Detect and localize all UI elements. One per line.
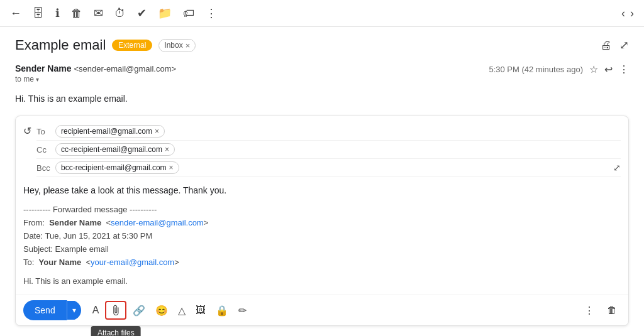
compose-forwarded-block: ---------- Forwarded message ---------- … [23, 203, 621, 288]
email-header: Example email External Inbox × 🖨 ⤢ [0, 27, 644, 60]
timestamp: 5:30 PM (42 minutes ago) [489, 65, 583, 74]
toolbar-icons: ← 🗄 ℹ 🗑 ✉ ⏱ ✔ 📁 🏷 ⋮ [10, 6, 217, 20]
nav-arrows: ‹ › [621, 7, 634, 20]
compose-fields: To recipient-email@gmail.com × Cc cc-rec… [36, 122, 621, 177]
compose-to-row: To recipient-email@gmail.com × [36, 122, 621, 141]
clock-icon[interactable]: ⏱ [114, 7, 126, 20]
email-title: Example email [15, 37, 106, 53]
label-icon[interactable]: 🏷 [183, 7, 194, 20]
forwarded-from: From: Sender Name <sender-email@gmail.co… [23, 217, 621, 230]
bcc-recipient-text: bcc-recipient-email@gmail.com [61, 163, 167, 172]
forwarded-to-email[interactable]: your-email@gmail.com [91, 257, 174, 267]
inbox-badge-close-icon[interactable]: × [186, 41, 191, 50]
forwarded-sender-name: Sender Name [49, 218, 101, 227]
top-toolbar: ← 🗄 ℹ 🗑 ✉ ⏱ ✔ 📁 🏷 ⋮ ‹ › [0, 0, 644, 27]
to-me-chevron-icon: ▾ [36, 76, 39, 83]
signature-icon[interactable]: ✏ [235, 302, 250, 319]
compose-body-text: Hey, please take a look at this message.… [23, 183, 621, 197]
cc-recipient-chip: cc-recipient-email@gmail.com × [55, 143, 175, 156]
forwarded-date: Date: Tue, Jun 15, 2021 at 5:30 PM [23, 230, 621, 243]
archive-icon[interactable]: 🗄 [33, 7, 44, 20]
email-body: Hi. This is an example email. [0, 87, 644, 116]
attach-tooltip: Attach files [91, 326, 141, 336]
compose-reply-icon: ↺ [23, 122, 31, 137]
sender-info: Sender Name <sender-email@gmail.com> to … [15, 63, 176, 84]
sender-email: <sender-email@gmail.com> [74, 64, 176, 73]
external-badge: External [112, 40, 152, 51]
bcc-recipient-chip: bcc-recipient-email@gmail.com × [55, 161, 179, 174]
print-icon[interactable]: 🖨 [601, 39, 612, 52]
forwarded-sender-email[interactable]: sender-email@gmail.com [111, 218, 204, 227]
sender-bar: Sender Name <sender-email@gmail.com> to … [0, 60, 644, 87]
sender-right: 5:30 PM (42 minutes ago) ☆ ↩ ⋮ [489, 63, 629, 75]
email-header-actions: 🖨 ⤢ [601, 38, 629, 52]
compose-toolbar-right: ⋮ 🗑 [580, 302, 621, 319]
compose-delete-icon[interactable]: 🗑 [603, 302, 621, 319]
task-icon[interactable]: ✔ [137, 6, 147, 20]
more-toolbar-icon[interactable]: ⋮ [206, 6, 217, 20]
star-icon[interactable]: ☆ [589, 63, 598, 75]
photo-icon[interactable]: 🖼 [192, 302, 209, 318]
email-title-area: Example email External Inbox × [15, 37, 196, 53]
to-me-label: to me [15, 75, 34, 84]
delete-icon[interactable]: 🗑 [71, 7, 82, 20]
send-button[interactable]: Send [23, 300, 67, 320]
to-recipient-chip: recipient-email@gmail.com × [55, 125, 165, 138]
compose-body[interactable]: Hey, please take a look at this message.… [16, 177, 628, 295]
compose-to-label: To [36, 127, 55, 136]
compose-toolbar: Send ▾ A Attach files 🔗 😊 △ 🖼 🔒 ✏ ⋮ 🗑 [16, 295, 628, 325]
subject-value: Example email [55, 244, 109, 254]
nav-right-icon[interactable]: › [630, 7, 634, 20]
from-label: From: [23, 218, 45, 227]
open-new-icon[interactable]: ⤢ [619, 38, 629, 52]
compose-header: ↺ To recipient-email@gmail.com × Cc cc-r… [16, 116, 628, 177]
forwarded-to-name: Your Name [39, 257, 82, 267]
compose-bcc-label: Bcc [36, 163, 55, 173]
forwarded-separator: ---------- Forwarded message ---------- [23, 203, 621, 217]
back-icon[interactable]: ← [10, 7, 21, 20]
sender-right-icons: ☆ ↩ ⋮ [589, 63, 629, 75]
emoji-icon[interactable]: 😊 [152, 302, 172, 319]
compose-bcc-row: Bcc bcc-recipient-email@gmail.com × ⤢ [36, 159, 621, 177]
compose-cc-row: Cc cc-recipient-email@gmail.com × [36, 141, 621, 159]
forwarded-subject: Subject: Example email [23, 243, 621, 256]
to-me[interactable]: to me ▾ [15, 75, 176, 84]
cc-recipient-text: cc-recipient-email@gmail.com [61, 145, 162, 154]
drive-icon[interactable]: △ [174, 302, 189, 319]
email-more-icon[interactable]: ⋮ [619, 63, 629, 75]
bcc-recipient-remove-icon[interactable]: × [169, 163, 174, 172]
format-text-icon[interactable]: A [89, 302, 103, 318]
lock-icon[interactable]: 🔒 [212, 302, 232, 319]
to-label2: To: [23, 257, 34, 267]
mail-icon[interactable]: ✉ [94, 6, 103, 20]
sender-name-line: Sender Name <sender-email@gmail.com> [15, 63, 176, 73]
attach-files-container: Attach files [105, 301, 126, 320]
compose-box: ↺ To recipient-email@gmail.com × Cc cc-r… [15, 116, 629, 326]
reply-email-icon[interactable]: ↩ [604, 63, 613, 75]
link-icon[interactable]: 🔗 [129, 302, 149, 319]
subject-label: Subject: [23, 244, 53, 254]
attach-files-icon[interactable] [105, 301, 126, 320]
date-label: Date: [23, 231, 43, 241]
to-recipient-text: recipient-email@gmail.com [61, 127, 152, 136]
send-dropdown-button[interactable]: ▾ [67, 301, 81, 320]
cc-recipient-remove-icon[interactable]: × [165, 145, 169, 154]
inbox-badge-label: Inbox [164, 41, 182, 50]
nav-left-icon[interactable]: ‹ [621, 7, 625, 20]
inbox-badge: Inbox × [158, 39, 196, 52]
forwarded-to: To: Your Name <your-email@gmail.com> [23, 256, 621, 269]
send-button-wrap: Send ▾ [23, 300, 81, 320]
compose-cc-label: Cc [36, 145, 55, 154]
info-icon[interactable]: ℹ [55, 6, 60, 20]
forwarded-body-text: Hi. This is an example email. [23, 275, 621, 288]
compose-more-icon[interactable]: ⋮ [580, 302, 598, 319]
date-value: Tue, Jun 15, 2021 at 5:30 PM [45, 231, 152, 241]
to-recipient-remove-icon[interactable]: × [155, 127, 159, 136]
sender-name: Sender Name [15, 63, 71, 73]
folder-icon[interactable]: 📁 [158, 6, 172, 20]
compose-expand-icon[interactable]: ⤢ [613, 163, 621, 173]
